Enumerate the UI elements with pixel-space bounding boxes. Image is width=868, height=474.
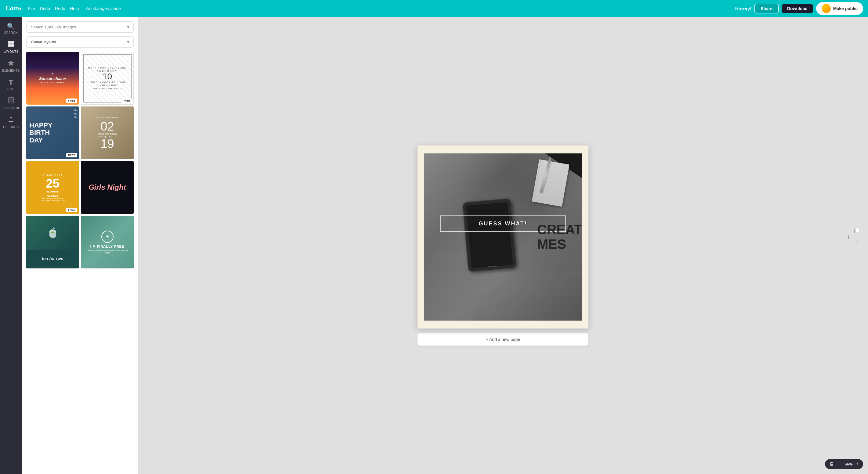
reunion-date: 07.01.19 (47, 194, 58, 197)
tpl-sunset: Sunset chaser Follow your dreams (26, 52, 79, 105)
canva-logo[interactable]: Canva (5, 3, 21, 14)
svg-rect-3 (8, 44, 11, 47)
bday-dates: 092919 (73, 109, 76, 120)
sidebar-item-background[interactable]: BKGROUND (0, 94, 22, 113)
svg-rect-2 (11, 41, 14, 44)
sidebar-label-elements: ELEMENTS (2, 69, 20, 72)
tpl-savedate: save the date 02 mark and paulo palm spr… (81, 106, 134, 159)
sidebar-item-layouts[interactable]: LAYOUTS (0, 37, 22, 57)
plane-icon: ✈ (105, 234, 109, 237)
sd-big: 19 (100, 138, 114, 150)
nav-file[interactable]: File (28, 6, 35, 11)
dot-decoration (52, 73, 54, 74)
tpl-title: Sunset chaser (39, 76, 66, 81)
canvas-background: GUESS WHAT! CREATMES (424, 154, 434, 237)
tpl-invite: MARK YOUR CALENDARS FEBRUARY 10 TWO THOU… (81, 52, 134, 105)
inv-names: DIMAR & RANDY (97, 84, 118, 86)
reunion-venue: PATTERSON PALACE (42, 197, 63, 200)
canvas-wrapper: GUESS WHAT! CREATMES + Add a new page (417, 145, 434, 237)
sd-num: 02 (100, 120, 114, 132)
layout-item-girls-night[interactable]: Girls Night (81, 161, 134, 214)
canvas-page[interactable]: GUESS WHAT! CREATMES (417, 145, 434, 237)
travel-stamp-circle: ✈ (101, 231, 114, 237)
canvas-inner: GUESS WHAT! CREATMES (424, 154, 434, 237)
search-icon: 🔍 (7, 23, 15, 30)
layout-item-sunset[interactable]: Sunset chaser Follow your dreams FREE (26, 52, 79, 105)
tpl-birthday: 092919 HAPPYBIRTHDAY (26, 106, 79, 159)
sidebar-item-uploads[interactable]: UPLOADS (0, 113, 22, 132)
girls-text: Girls Night (89, 183, 126, 191)
uploads-icon (8, 116, 14, 124)
nav-help[interactable]: Help (70, 6, 79, 11)
inv-tagline: ARE TYING THE KNOT! (93, 88, 122, 90)
layout-item-invite[interactable]: MARK YOUR CALENDARS FEBRUARY 10 TWO THOU… (81, 52, 134, 105)
inv-day: 10 (102, 72, 112, 81)
text-icon: T (8, 78, 13, 86)
elements-icon (8, 60, 14, 68)
layouts-grid: Sunset chaser Follow your dreams FREE MA… (26, 52, 134, 237)
save-status: No changes made (86, 6, 121, 11)
sidebar-label-background: BKGROUND (2, 106, 21, 110)
filter-container: Canva layouts ▼ (26, 36, 134, 47)
top-nav: Canva File Undo Redo Help No changes mad… (0, 0, 434, 17)
inv-year: TWO THOUSAND & FIFTEEN (89, 81, 125, 83)
layouts-icon (8, 41, 14, 49)
free-badge-birthday: FREE (66, 153, 77, 158)
main-canvas-area: GUESS WHAT! CREATMES + Add a new page 1 (138, 17, 434, 237)
tpl-reunion: CLASS 1991 25 REUNION 07.01.19 PATTERSON… (26, 161, 79, 214)
sidebar-label-uploads: UPLOADS (3, 125, 19, 129)
sd-save: save the date (96, 116, 118, 119)
svg-rect-5 (8, 98, 14, 103)
filter-select[interactable]: Canva layouts (26, 36, 134, 47)
nav-redo[interactable]: Redo (55, 6, 65, 11)
tpl-tea: 🍵 tea for two (26, 216, 79, 237)
svg-text:Canva: Canva (5, 4, 21, 11)
sidebar-item-text[interactable]: T TEXT (0, 75, 22, 94)
layout-item-reunion[interactable]: CLASS 1991 25 REUNION 07.01.19 PATTERSON… (26, 161, 79, 214)
tpl-subtitle: Follow your dreams (40, 81, 65, 83)
layout-item-birthday[interactable]: 092919 HAPPYBIRTHDAY FREE (26, 106, 79, 159)
bday-text: HAPPYBIRTHDAY (29, 122, 53, 144)
sidebar-label-search: SEARCH (4, 31, 18, 34)
sidebar-item-search[interactable]: 🔍 SEARCH (0, 20, 22, 37)
reunion-class: CLASS 1991 (42, 174, 63, 177)
layout-item-tea[interactable]: 🍵 tea for two (26, 216, 79, 237)
free-badge-reunion: FREE (66, 208, 77, 212)
inv-mark-cal: MARK YOUR CALENDARS (88, 67, 126, 69)
sidebar-item-elements[interactable]: ELEMENTS (0, 57, 22, 75)
svg-rect-4 (11, 44, 14, 47)
svg-rect-1 (8, 41, 11, 44)
layout-item-savedate[interactable]: save the date 02 mark and paulo palm spr… (81, 106, 134, 159)
search-container: ▼ (26, 21, 134, 33)
reunion-num: 25 (46, 177, 60, 190)
left-sidebar: 🔍 SEARCH LAYOUTS ELEMENTS T TEXT (0, 17, 22, 237)
reunion-address: 14 KITSON, SAN DIEGO, CA (40, 200, 65, 201)
free-badge: FREE (66, 99, 77, 103)
sidebar-label-layouts: LAYOUTS (3, 50, 18, 54)
nav-undo[interactable]: Undo (40, 6, 50, 11)
search-input[interactable] (26, 21, 134, 33)
sidebar-label-text: TEXT (7, 88, 15, 91)
layouts-panel: ▼ Canva layouts ▼ Sunset chaser Follow y… (22, 17, 138, 237)
reunion-label: REUNION (46, 190, 60, 193)
sd-names: mark and paulo (98, 132, 117, 135)
free-badge-invite: FREE (121, 99, 132, 103)
tpl-girls: Girls Night (81, 161, 134, 214)
layout-item-travel[interactable]: ✈ I'M FINALLY FREE Let me take you on an… (81, 216, 134, 237)
background-icon (8, 97, 14, 105)
tpl-travel: ✈ I'M FINALLY FREE Let me take you on an… (81, 216, 134, 237)
